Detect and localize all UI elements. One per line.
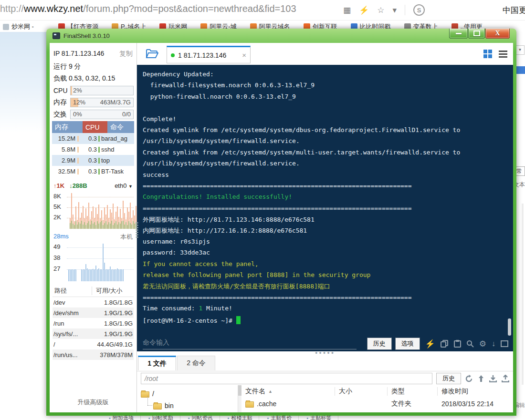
disk-row[interactable]: /run/us...378M/378M — [52, 349, 134, 360]
graph-bar — [71, 192, 72, 229]
server-ip: IP 81.71.123.146复制 — [53, 50, 134, 57]
search-icon[interactable] — [466, 340, 474, 348]
path-history-button[interactable]: 历史 — [436, 373, 461, 384]
download-icon[interactable] — [489, 375, 497, 382]
path-input[interactable]: /root — [141, 373, 432, 384]
download-bar — [95, 225, 96, 229]
terminal-scrollbar[interactable] — [508, 318, 511, 336]
copy-ip-link[interactable]: 复制 — [119, 50, 133, 58]
column-header-filename[interactable]: 文件名▲ — [242, 387, 335, 396]
options-button[interactable]: 选项 — [396, 338, 420, 349]
upload-icon[interactable] — [502, 375, 509, 382]
bullet-icon: • — [188, 415, 190, 420]
column-header-cpu[interactable]: CPU — [83, 121, 107, 133]
window-titlebar[interactable]: FinalShell 3.0.10 X — [46, 29, 516, 43]
file-row-partial[interactable] — [242, 410, 513, 412]
process-cpu: 0.3 — [79, 168, 100, 175]
terminal-text: ========================================… — [143, 205, 412, 212]
ping-latency: 28ms — [53, 233, 69, 241]
refresh-icon[interactable] — [465, 375, 473, 383]
graph-bar — [113, 242, 114, 281]
disk-row[interactable]: /sys/fs/...1.9G/1.9G — [52, 328, 134, 339]
open-folder-icon[interactable] — [146, 49, 158, 59]
editor-tab-fragment[interactable]: 常 — [515, 166, 525, 176]
select-caret-icon[interactable]: ▼ — [515, 45, 525, 55]
disk-row[interactable]: /44.4G/49.1G — [52, 339, 134, 349]
download-bar — [93, 224, 94, 229]
graph-bar — [97, 192, 98, 229]
minimize-button[interactable] — [449, 29, 468, 39]
bookmark-item[interactable]: 炒米网 - — [3, 22, 34, 31]
axis-tick-label: 2K — [53, 214, 61, 221]
ping-bar — [71, 269, 72, 281]
tab-close-icon[interactable]: × — [242, 51, 246, 59]
download-bar — [80, 224, 81, 229]
ping-bar — [93, 269, 94, 281]
url-text[interactable]: http://www.wkzy.net/forum.php?mod=post&a… — [0, 3, 296, 14]
process-row[interactable]: 32.5M0.3BT-Task — [52, 166, 134, 177]
tree-item-bin[interactable]: bin — [147, 400, 238, 411]
column-header-size[interactable]: 可用/大小 — [92, 287, 134, 295]
favorite-star-icon[interactable]: ☆ — [377, 5, 384, 15]
tab-commands[interactable]: 2 命令 — [177, 356, 215, 370]
window-mode-icon[interactable] — [501, 340, 508, 347]
tree-item-root[interactable]: / — [141, 388, 238, 400]
process-row[interactable]: 2.9M0.3top — [52, 155, 134, 166]
column-header-modified[interactable]: 修改时间 — [438, 387, 513, 396]
column-header-memory[interactable]: 内存 — [52, 121, 83, 133]
dropdown-caret-icon[interactable]: ▾ — [392, 5, 397, 15]
panel-splitter[interactable]: ●●●●● — [137, 352, 513, 355]
run-lightning-icon[interactable]: ⚡ — [425, 339, 435, 349]
tree-scrollbar[interactable] — [238, 385, 242, 412]
upgrade-link[interactable]: 升级高级版 — [50, 398, 136, 407]
flash-icon[interactable]: ⚡ — [359, 5, 369, 15]
column-header-filesize[interactable]: 大小 — [335, 387, 388, 396]
browser-address-bar[interactable]: http://www.wkzy.net/forum.php?mod=post&a… — [0, 0, 525, 19]
terminal-text: password: 33dde3ac — [143, 249, 210, 256]
column-header-command[interactable]: 命令 — [107, 121, 134, 133]
interface-selector[interactable]: eth0 ▼ — [115, 182, 133, 189]
directory-tree[interactable]: / bin — [137, 385, 238, 412]
qr-code-icon[interactable]: ▦ — [343, 5, 351, 15]
process-row[interactable]: 15.2M0.3barad_ag — [52, 133, 134, 144]
disk-row[interactable]: /dev1.8G/1.8G — [52, 297, 134, 307]
s-brand-icon[interactable]: S — [413, 4, 425, 16]
process-row[interactable]: 5.8M0.3sshd — [52, 144, 134, 155]
menu-icon[interactable] — [499, 51, 507, 58]
graph-bar — [68, 242, 69, 281]
history-button[interactable]: 历史 — [368, 338, 391, 349]
command-input[interactable]: 命令输入 — [143, 338, 357, 349]
settings-gear-icon[interactable]: ⚙ — [479, 339, 486, 349]
ping-bar — [98, 268, 99, 281]
finalshell-window: FinalShell 3.0.10 X IP 81.71.123.146复制 运… — [46, 29, 516, 416]
graph-bar — [100, 242, 101, 281]
close-button[interactable]: X — [485, 29, 510, 39]
up-icon[interactable] — [478, 375, 484, 382]
paste-icon[interactable] — [454, 340, 461, 348]
ping-bar — [110, 266, 111, 281]
terminal-text: 若无法访问面板，请检查防火墙/安全组是否有放行面板[8888]端口 — [143, 283, 330, 290]
column-header-filetype[interactable]: 类型 — [388, 387, 438, 396]
file-row[interactable]: .cache文件夹2018/03/15 22:14 — [242, 398, 513, 410]
scroll-down-icon[interactable]: ↓ — [492, 339, 495, 348]
disk-size: 1.9G/1.9G — [91, 330, 134, 338]
load-average: 负载 0.53, 0.32, 0.15 — [53, 74, 134, 83]
terminal-output[interactable]: Dependency Updated: firewalld-filesystem… — [137, 65, 513, 338]
sidebar-splitter[interactable] — [136, 222, 138, 238]
column-header-path[interactable]: 路径 — [52, 287, 92, 295]
graph-bar — [77, 242, 78, 281]
divider — [405, 5, 405, 15]
maximize-button[interactable] — [468, 29, 485, 39]
disk-row[interactable]: /dev/shm1.9G/1.9G — [52, 307, 134, 318]
tab-files[interactable]: 1 文件 — [138, 356, 176, 370]
page-scrollbar[interactable] — [522, 204, 524, 385]
graph-bar — [107, 242, 108, 281]
terminal-text: /usr/lib/systemd/system/firewalld.servic… — [143, 137, 300, 144]
copy-icon[interactable] — [441, 340, 449, 348]
session-tab[interactable]: 1 81.71.123.146 × — [167, 46, 251, 63]
ping-bar — [113, 269, 114, 281]
graph-bar — [104, 192, 105, 229]
download-bar — [90, 225, 91, 229]
disk-row[interactable]: /run1.8G/1.9G — [52, 318, 134, 328]
layout-grid-icon[interactable] — [483, 50, 492, 58]
